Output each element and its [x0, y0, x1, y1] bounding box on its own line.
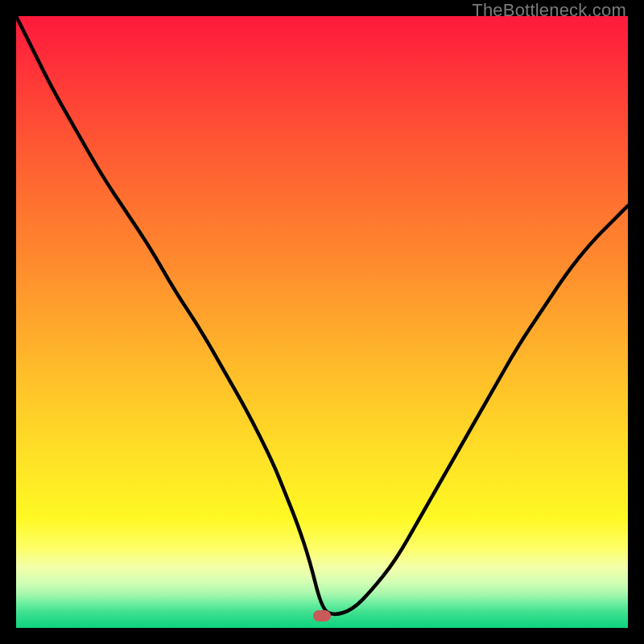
plot-area [16, 16, 628, 628]
optimal-marker [313, 610, 331, 621]
chart-frame: TheBottleneck.com [0, 0, 644, 644]
bottleneck-curve [16, 16, 628, 628]
watermark-text: TheBottleneck.com [472, 0, 626, 21]
